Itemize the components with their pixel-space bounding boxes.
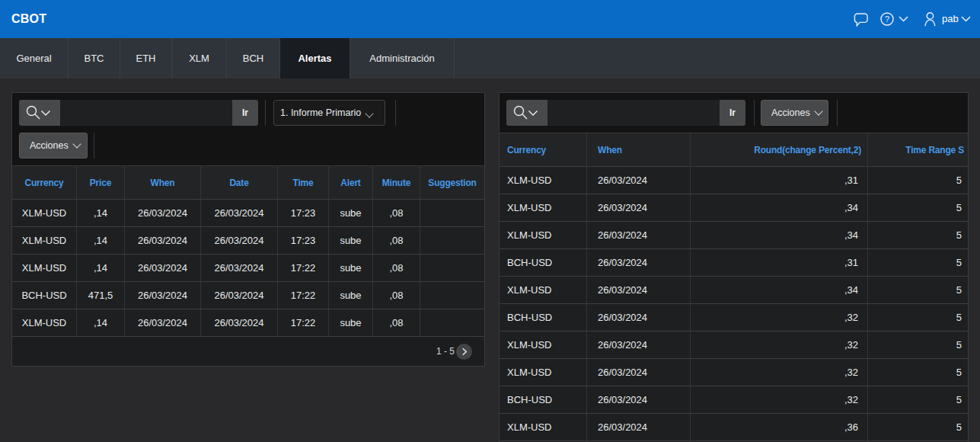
svg-text:?: ? [885, 14, 889, 24]
